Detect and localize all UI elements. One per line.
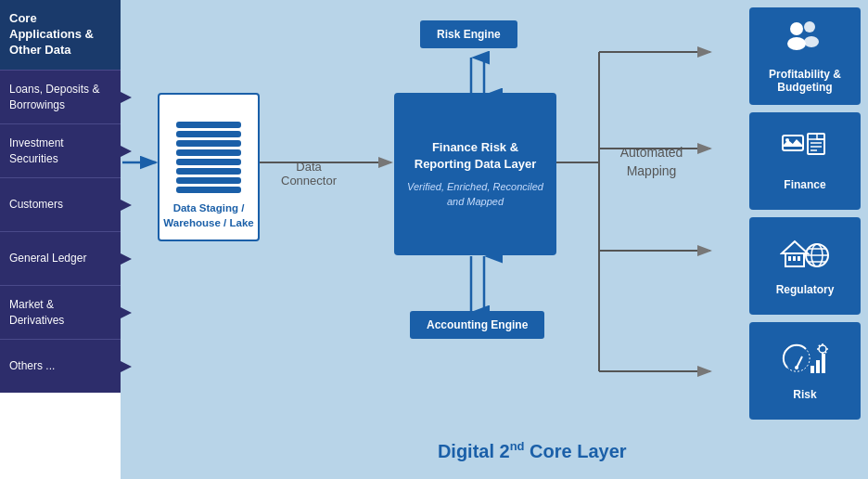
risk-label: Risk: [793, 388, 816, 401]
content-area: Risk Engine Data Staging / Warehouse / L…: [121, 0, 868, 479]
svg-rect-40: [822, 354, 825, 373]
sidebar-item-market-label: Market & Derivatives: [9, 297, 111, 327]
accounting-engine-label: Accounting Engine: [427, 318, 528, 331]
database-icon: [176, 122, 241, 193]
sidebar-item-investment: Investment Securities: [0, 123, 121, 177]
svg-point-19: [804, 36, 819, 47]
output-box-risk: Risk: [749, 322, 861, 420]
sidebar-item-loans: Loans, Deposits & Borrowings: [0, 70, 121, 123]
svg-point-17: [787, 37, 806, 50]
data-connector-label: Data Connector: [267, 160, 351, 188]
profitability-label: Profitability & Budgeting: [749, 68, 861, 94]
auto-mapping-label: Automated Mapping: [603, 144, 700, 180]
sidebar: Core Applications & Other Data Loans, De…: [0, 0, 121, 479]
sidebar-item-general-ledger: General Ledger: [0, 231, 121, 285]
finance-label: Finance: [784, 178, 825, 191]
data-staging-label: Data Staging / Warehouse / Lake: [160, 201, 258, 230]
sidebar-item-general-ledger-label: General Ledger: [9, 251, 86, 265]
data-staging-box: Data Staging / Warehouse / Lake: [158, 93, 260, 241]
finance-icon: [780, 132, 831, 173]
svg-rect-28: [793, 256, 796, 261]
risk-engine-box: Risk Engine: [420, 20, 517, 48]
regulatory-label: Regulatory: [776, 283, 835, 296]
svg-marker-30: [782, 241, 808, 253]
svg-line-46: [818, 344, 819, 345]
core-layer-label: Digital 2nd Core Layer: [438, 439, 627, 462]
output-box-regulatory: Regulatory: [749, 217, 861, 315]
core-layer-text: Digital 2nd Core Layer: [438, 441, 627, 461]
sidebar-item-others: Others ...: [0, 339, 121, 393]
svg-rect-29: [798, 256, 800, 261]
sidebar-item-market: Market & Derivatives: [0, 285, 121, 339]
finance-risk-subtitle: Verified, Enriched, Reconciled and Mappe…: [405, 180, 545, 209]
sidebar-item-others-label: Others ...: [9, 358, 55, 373]
svg-rect-39: [816, 360, 820, 373]
svg-rect-27: [788, 256, 791, 261]
risk-engine-label: Risk Engine: [437, 28, 501, 41]
svg-line-37: [797, 356, 802, 368]
finance-risk-box: Finance Risk & Reporting Data Layer Veri…: [394, 93, 556, 255]
svg-point-21: [785, 138, 789, 142]
sidebar-item-investment-label: Investment Securities: [9, 136, 111, 165]
profitability-icon: [780, 19, 831, 62]
output-box-finance: Finance: [749, 112, 861, 210]
svg-line-47: [824, 351, 825, 352]
output-box-profitability: Profitability & Budgeting: [749, 7, 861, 105]
main-container: Core Applications & Other Data Loans, De…: [0, 0, 868, 479]
accounting-engine-box: Accounting Engine: [410, 311, 544, 339]
sidebar-header: Core Applications & Other Data: [0, 0, 121, 70]
svg-rect-38: [811, 366, 814, 373]
sidebar-item-loans-label: Loans, Deposits & Borrowings: [9, 82, 111, 111]
regulatory-icon: [780, 237, 831, 278]
sidebar-item-customers: Customers: [0, 177, 121, 231]
svg-point-16: [790, 22, 803, 35]
svg-point-41: [819, 345, 826, 353]
output-boxes: Profitability & Budgeting: [749, 7, 861, 420]
finance-risk-title: Finance Risk & Reporting Data Layer: [405, 139, 545, 173]
sidebar-header-label: Core Applications & Other Data: [9, 11, 111, 58]
svg-point-18: [804, 21, 815, 32]
sidebar-item-customers-label: Customers: [9, 197, 63, 212]
risk-icon: [780, 342, 831, 382]
